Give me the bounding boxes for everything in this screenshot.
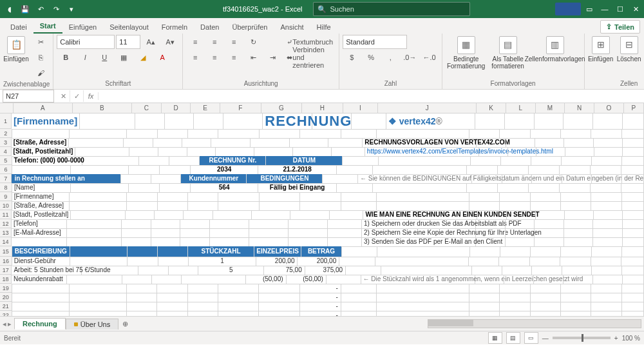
cell[interactable] [505, 113, 535, 130]
name-box[interactable]: N27 [3, 90, 54, 103]
cell[interactable] [157, 311, 187, 316]
cell[interactable] [218, 284, 259, 293]
decrease-font-button[interactable]: A▾ [161, 35, 179, 49]
cell[interactable] [508, 147, 537, 157]
row-header[interactable]: 6 [0, 165, 12, 174]
cell[interactable] [327, 275, 361, 284]
cell[interactable] [561, 201, 591, 211]
tab-seitenlayout[interactable]: Seitenlayout [103, 20, 155, 34]
cell[interactable] [591, 311, 621, 316]
cell[interactable]: (50,00) [287, 275, 327, 284]
cell[interactable] [622, 192, 644, 202]
cell[interactable] [562, 156, 592, 166]
cell[interactable]: [Firmenname] [12, 192, 70, 202]
tab-einfuegen[interactable]: Einfügen [62, 20, 103, 34]
cell[interactable]: (50,00) [246, 275, 286, 284]
column-header[interactable]: H [302, 103, 343, 113]
cell[interactable] [565, 147, 594, 157]
close-icon[interactable]: ✕ [629, 2, 643, 16]
cell[interactable] [507, 210, 536, 220]
cell[interactable] [223, 113, 263, 130]
align-top-button[interactable]: ≡ [186, 35, 204, 49]
cell[interactable] [622, 174, 644, 184]
cell[interactable] [623, 228, 644, 238]
cell[interactable] [12, 293, 70, 302]
cell[interactable] [341, 293, 377, 302]
cell[interactable] [213, 210, 252, 220]
row-header[interactable]: 3 [0, 138, 12, 147]
cell[interactable] [500, 293, 530, 302]
cell[interactable] [122, 219, 151, 229]
row-header[interactable]: 15 [0, 246, 12, 257]
percent-format-button[interactable]: % [362, 50, 380, 64]
cell[interactable] [506, 138, 535, 148]
cell[interactable] [469, 311, 500, 316]
cell[interactable] [561, 192, 591, 202]
cell[interactable] [475, 113, 505, 130]
cell[interactable]: [Straße, Adresse] [12, 201, 70, 211]
column-header[interactable]: F [220, 103, 261, 113]
cell[interactable] [341, 284, 377, 293]
cell[interactable] [71, 210, 126, 220]
cell[interactable] [328, 138, 363, 148]
cell[interactable] [471, 156, 501, 166]
cell[interactable] [500, 129, 530, 139]
cell[interactable] [341, 311, 377, 316]
cell[interactable] [187, 147, 216, 157]
cell[interactable] [532, 174, 562, 184]
cell[interactable]: BEDINGUNGEN [247, 174, 323, 184]
cell[interactable]: - [300, 284, 341, 293]
autosave-toggle[interactable]: ◖ [3, 2, 17, 16]
cell[interactable] [259, 284, 299, 293]
cell[interactable] [560, 257, 591, 266]
cell[interactable] [623, 147, 644, 157]
cell[interactable] [564, 113, 593, 130]
cell[interactable] [564, 219, 594, 229]
cell[interactable] [531, 201, 561, 211]
cell[interactable] [70, 284, 127, 293]
zoom-slider[interactable] [553, 337, 611, 339]
cell[interactable] [622, 246, 644, 257]
cell[interactable] [289, 228, 328, 238]
cell[interactable] [67, 237, 122, 247]
cell[interactable] [290, 138, 329, 148]
cell[interactable] [127, 302, 157, 311]
cell[interactable] [249, 237, 289, 247]
cell[interactable] [180, 237, 210, 247]
cell[interactable]: [Straße, Adresse] [12, 138, 69, 148]
format-as-table-button[interactable]: ▤Als Tabelle formatieren [489, 35, 527, 70]
cell[interactable] [12, 165, 71, 175]
cell[interactable] [593, 219, 623, 229]
cell[interactable] [249, 228, 289, 238]
zoom-out-button[interactable]: — [542, 335, 549, 342]
cell[interactable] [377, 302, 469, 311]
cell[interactable] [535, 113, 564, 130]
cell[interactable] [594, 138, 623, 148]
cell[interactable] [506, 219, 535, 229]
cell[interactable] [377, 311, 469, 316]
cell[interactable] [529, 165, 560, 175]
cell[interactable] [160, 183, 191, 193]
cell[interactable] [216, 147, 254, 157]
increase-decimal-button[interactable]: .0→ [401, 50, 419, 64]
cell[interactable] [377, 129, 469, 139]
cell[interactable] [290, 210, 329, 220]
tab-ansicht[interactable]: Ansicht [274, 20, 310, 34]
cell[interactable] [476, 228, 506, 238]
cell[interactable] [127, 293, 157, 302]
cell[interactable] [621, 257, 644, 266]
cell[interactable] [591, 302, 621, 311]
orientation-button[interactable]: ↻ [244, 35, 262, 49]
cell[interactable] [377, 201, 469, 211]
cell[interactable] [479, 147, 508, 157]
column-header[interactable]: M [536, 103, 565, 113]
tab-daten[interactable]: Daten [194, 20, 225, 34]
cell[interactable] [591, 165, 621, 175]
cell[interactable] [218, 201, 259, 211]
cell[interactable] [532, 266, 562, 275]
merge-center-button[interactable]: ⬌ Verbinden und zentrieren [284, 50, 336, 64]
cell[interactable] [622, 284, 644, 293]
cell[interactable]: RECHNUNG Nr. [200, 156, 266, 166]
cell[interactable] [499, 257, 530, 266]
cell[interactable] [469, 302, 500, 311]
